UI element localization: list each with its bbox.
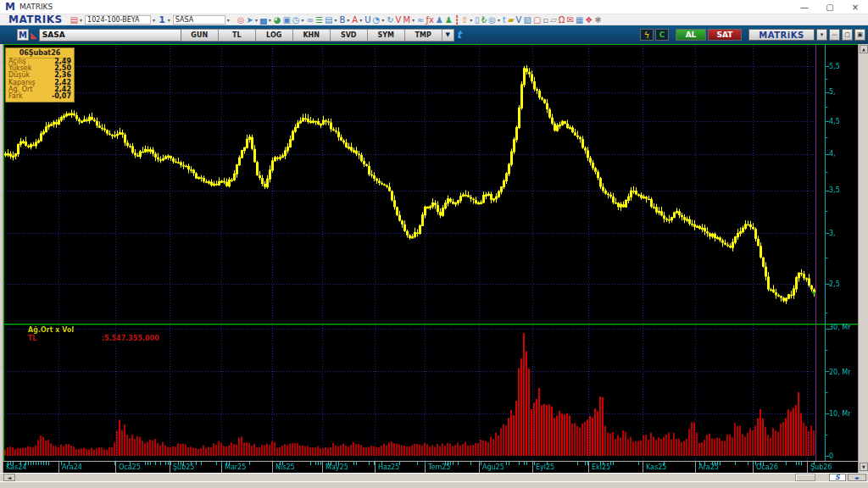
- toolbar-icon[interactable]: ◔: [372, 15, 380, 25]
- price-axis-label: 5,5: [829, 63, 840, 70]
- dropdown-caret-icon[interactable]: ▾: [381, 17, 384, 23]
- chart-brand-label: MATRiKS: [748, 29, 815, 41]
- toolbar-icon[interactable]: ▱: [550, 15, 557, 25]
- toolbar-icon[interactable]: ⇧: [461, 15, 468, 25]
- chart-toolbar-button[interactable]: SVD: [331, 29, 368, 42]
- toolbar-icon[interactable]: ▅: [260, 15, 267, 25]
- save-caret-icon[interactable]: ▾: [80, 17, 82, 23]
- dropdown-caret-icon[interactable]: ▾: [412, 17, 415, 23]
- time-axis-label: Nis25: [275, 463, 295, 471]
- chart-horizontal-scrollbar[interactable]: ◄ S ◂▸: [0, 473, 868, 481]
- chart-window-button[interactable]: ▾: [816, 29, 827, 41]
- screen-caret-icon[interactable]: ▾: [168, 17, 170, 23]
- bar-navigate-button[interactable]: ◂▸: [848, 474, 866, 481]
- symbol-caret-icon[interactable]: ▾: [227, 17, 230, 23]
- chart-toolbar-button[interactable]: KHN: [293, 29, 331, 42]
- chart-dropdown-icon[interactable]: ▼: [442, 29, 454, 42]
- dropdown-caret-icon[interactable]: ▾: [498, 17, 500, 23]
- toolbar-icon[interactable]: ▢: [533, 15, 541, 25]
- toolbar-icon[interactable]: ▯: [475, 15, 480, 25]
- toolbar-icon[interactable]: ₺: [481, 15, 487, 25]
- save-icon[interactable]: ▤: [70, 15, 78, 25]
- chart-toolbar-button[interactable]: TMP: [405, 29, 442, 42]
- dropdown-caret-icon[interactable]: ▾: [302, 17, 304, 23]
- scroll-left-icon[interactable]: ◄: [3, 474, 15, 481]
- refresh-c-icon[interactable]: C: [655, 29, 669, 41]
- chart-toolbar-button[interactable]: SYM: [368, 29, 405, 42]
- chart-toolbar-button[interactable]: GUN: [181, 29, 219, 42]
- layout-caret-icon[interactable]: ▾: [153, 17, 155, 23]
- toolbar-icon[interactable]: ▧: [523, 15, 531, 25]
- window-titlebar: M MATRIKS —▢×: [0, 0, 868, 14]
- toolbar-icon[interactable]: ✱: [594, 15, 601, 25]
- symbol-search-input[interactable]: SASA: [173, 15, 225, 25]
- dropdown-caret-icon[interactable]: ▾: [359, 17, 362, 23]
- volume-axis-label: 30, Mr: [829, 324, 850, 331]
- toolbar-icon[interactable]: ┇: [454, 15, 459, 25]
- window-control-button[interactable]: ▢: [817, 3, 843, 12]
- toolbar-icon[interactable]: ♟: [445, 15, 453, 25]
- dropdown-caret-icon[interactable]: ▾: [347, 17, 349, 23]
- chart-logo-icon: ◣: [31, 30, 37, 40]
- time-axis-label: Haz25: [378, 463, 399, 471]
- toolbar-icon[interactable]: ▤: [325, 15, 332, 25]
- dropdown-caret-icon[interactable]: ▾: [269, 17, 271, 23]
- toolbar-icon[interactable]: B: [339, 15, 345, 25]
- toolbar-icon[interactable]: ☰: [315, 15, 323, 25]
- layout-select[interactable]: 1024-100-BEYA: [85, 15, 151, 25]
- chart-window-button[interactable]: ▢: [842, 29, 853, 41]
- toolbar-icon[interactable]: ✉: [566, 15, 573, 25]
- toolbar-icon[interactable]: ▦: [576, 15, 583, 25]
- chart-toolbar-button[interactable]: TL: [219, 29, 256, 42]
- scrollbar-thumb[interactable]: [795, 474, 815, 481]
- toolbar-icon[interactable]: V: [396, 15, 402, 25]
- toolbar-icon[interactable]: ❖: [585, 15, 593, 25]
- price-volume-canvas[interactable]: [0, 44, 868, 473]
- sell-button[interactable]: SAT: [708, 29, 742, 41]
- window-control-button[interactable]: —: [792, 3, 817, 12]
- window-control-button[interactable]: ×: [843, 3, 868, 12]
- toolbar-icons: ◎ ➤ ▾ ▅ ▾ ◕ ▣ ◷ ▾ ∞ ☰: [236, 15, 603, 25]
- toolbar-icon[interactable]: ▰: [508, 15, 515, 25]
- dropdown-caret-icon[interactable]: ▾: [470, 17, 472, 23]
- toolbar-icon[interactable]: V: [516, 15, 522, 25]
- toolbar-icon[interactable]: ◕: [274, 15, 281, 25]
- chart-window-buttons: ▾—▢▣: [815, 29, 865, 41]
- chart-window-button[interactable]: ▣: [854, 29, 865, 41]
- toolbar-icon[interactable]: ◷: [292, 15, 300, 25]
- dropdown-caret-icon[interactable]: ▾: [334, 17, 337, 23]
- chart-toolbar-button[interactable]: LOG: [256, 29, 293, 42]
- toolbar-icon[interactable]: M: [403, 15, 410, 25]
- twitter-icon[interactable]: t: [457, 29, 462, 41]
- toolbar-icon[interactable]: ➤: [247, 15, 253, 25]
- toolbar-icon[interactable]: A: [352, 15, 358, 25]
- toolbar-icon[interactable]: Ω: [559, 15, 565, 25]
- matriks-swirl-button[interactable]: S: [829, 474, 846, 481]
- screen-number-select[interactable]: 1: [159, 14, 165, 25]
- chart-window-button[interactable]: —: [829, 29, 840, 41]
- toolbar-icon[interactable]: ƒx: [426, 15, 434, 25]
- toolbar-icon[interactable]: ≈: [417, 15, 424, 25]
- toolbar-icon[interactable]: t: [503, 15, 506, 25]
- toolbar-icon[interactable]: ◎: [237, 15, 245, 25]
- volume-axis-label: 20, Mr: [829, 369, 850, 376]
- infobox-label: Fark: [8, 93, 23, 100]
- toolbar-icon[interactable]: ▫: [542, 15, 548, 25]
- infobox-row: Fark -0,07: [8, 93, 71, 100]
- matriks-application-window: M MATRIKS —▢× MATRİKS ▤ ▾ 1024-100-BEYA …: [0, 0, 868, 488]
- volume-tl-label: TL: [28, 335, 37, 342]
- toolbar-icon[interactable]: U: [364, 15, 370, 25]
- price-axis-label: 3,: [829, 230, 836, 237]
- toolbar-icon[interactable]: ∞: [307, 15, 314, 25]
- toolbar-icon[interactable]: ▣: [282, 15, 290, 25]
- toolbar-icon[interactable]: ♟: [436, 15, 443, 25]
- toolbar-icon[interactable]: ↻: [387, 15, 393, 25]
- scroll-down-icon[interactable]: ▼: [860, 463, 868, 471]
- lightning-icon[interactable]: ϟ: [640, 29, 654, 41]
- scroll-up-icon[interactable]: ▲: [860, 45, 868, 53]
- toolbar-icon[interactable]: ◎: [488, 15, 496, 25]
- buy-button[interactable]: AL: [676, 29, 706, 41]
- chart-symbol-field[interactable]: SASA: [39, 29, 181, 42]
- dropdown-caret-icon[interactable]: ▾: [255, 17, 258, 23]
- chart-vertical-scrollbar[interactable]: ▲ ▼: [858, 44, 868, 473]
